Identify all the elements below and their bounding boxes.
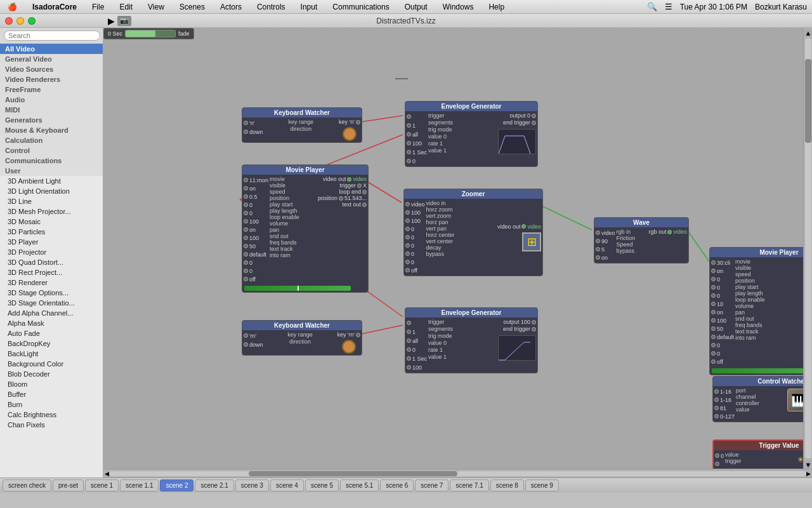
menu-edit[interactable]: Edit: [117, 1, 135, 13]
sidebar-item-12[interactable]: 3D Stage Orientatio...: [0, 298, 103, 308]
canvas-vscroll[interactable]: ▲ ▼: [803, 28, 812, 469]
menu-input[interactable]: Input: [298, 1, 320, 13]
sidebar-item-9[interactable]: 3D Rect Project...: [0, 267, 103, 277]
rotary-knob[interactable]: [342, 340, 356, 354]
sidebar-category-videosources[interactable]: Video Sources: [0, 64, 103, 74]
menu-output[interactable]: Output: [402, 1, 430, 13]
sidebar-item-21[interactable]: Buffer: [0, 389, 103, 399]
node-envelope-gen-2[interactable]: Envelope Generator 1 all 0 1 Sec 100 tri…: [405, 307, 538, 373]
close-button[interactable]: [5, 17, 13, 25]
search-input[interactable]: [4, 30, 100, 41]
sidebar-item-24[interactable]: Chan Pixels: [0, 420, 103, 430]
sidebar-item-14[interactable]: Alpha Mask: [0, 318, 103, 328]
menu-controls[interactable]: Controls: [254, 1, 288, 13]
sidebar-category-mousekeyboard[interactable]: Mouse & Keyboard: [0, 125, 103, 135]
sidebar-category-generalvideo[interactable]: General Video: [0, 54, 103, 64]
apple-menu[interactable]: 🍎: [5, 1, 20, 13]
sidebar-category-calculation[interactable]: Calculation: [0, 135, 103, 145]
sidebar-item-2[interactable]: 3D Line: [0, 196, 103, 206]
scene-tab-scene9[interactable]: scene 9: [525, 479, 559, 491]
scene-tab-scene21[interactable]: scene 2.1: [195, 479, 233, 491]
scene-tab-scene8[interactable]: scene 8: [490, 479, 524, 491]
scene-tab-scene7[interactable]: scene 7: [415, 479, 449, 491]
toolbar-icon-1[interactable]: ▶: [108, 16, 115, 26]
search-icon[interactable]: 🔍: [647, 2, 657, 11]
port-dot: [596, 231, 600, 235]
sidebar-category-communications[interactable]: Communications: [0, 156, 103, 166]
toolbar-icon-2[interactable]: 📷: [117, 16, 131, 26]
sidebar-item-20[interactable]: Bloom: [0, 379, 103, 389]
sidebar-item-22[interactable]: Burn: [0, 399, 103, 410]
menu-communications[interactable]: Communications: [330, 1, 391, 13]
sidebar-category-videorenderers[interactable]: Video Renderers: [0, 74, 103, 84]
sidebar-item-5[interactable]: 3D Particles: [0, 227, 103, 237]
menu-app[interactable]: IsadoraCore: [30, 1, 79, 13]
sidebar-item-13[interactable]: Add Alpha Channel...: [0, 308, 103, 318]
scene-tab-scene11[interactable]: scene 1.1: [120, 479, 159, 491]
sidebar-item-17[interactable]: BackLight: [0, 349, 103, 359]
sidebar-item-18[interactable]: Background Color: [0, 359, 103, 369]
node-control-watcher[interactable]: Control Watcher 1-16 1-16 81 0-127 port …: [712, 376, 803, 422]
maximize-button[interactable]: [28, 17, 36, 25]
node-wave[interactable]: Wave video 90 5 on rgb in Friction Speed: [594, 217, 689, 264]
scene-tab-scene6[interactable]: scene 6: [380, 479, 414, 491]
minimize-button[interactable]: [16, 17, 24, 25]
scene-tab-scene4[interactable]: scene 4: [270, 479, 304, 491]
node-keyboard-watcher-2[interactable]: Keyboard Watcher 'm' down key range dire…: [242, 320, 362, 356]
scene-tab-preset[interactable]: pre-set: [53, 479, 84, 491]
sidebar-item-15[interactable]: Auto Fade: [0, 328, 103, 338]
scene-tab-screencheck[interactable]: screen check: [3, 479, 51, 491]
sidebar-item-19[interactable]: Blob Decoder: [0, 369, 103, 379]
menu-file[interactable]: File: [89, 1, 107, 13]
menu-view[interactable]: View: [145, 1, 167, 13]
sidebar-item-10[interactable]: 3D Renderer: [0, 277, 103, 288]
sidebar-item-4[interactable]: 3D Mosaic: [0, 217, 103, 227]
sidebar-item-11[interactable]: 3D Stage Options...: [0, 288, 103, 298]
vscroll-up-arrow[interactable]: ▲: [805, 29, 811, 36]
port-dot-out: [339, 196, 343, 201]
vscroll-thumb[interactable]: [805, 59, 811, 143]
menu-windows[interactable]: Windows: [440, 1, 476, 13]
sidebar-category-generators[interactable]: Generators: [0, 115, 103, 125]
canvas-hscroll[interactable]: ◀ ▶: [103, 469, 812, 478]
sidebar-item-16[interactable]: BackDropKey: [0, 338, 103, 349]
sidebar-item-7[interactable]: 3D Projector: [0, 247, 103, 257]
scene-tab-scene3[interactable]: scene 3: [235, 479, 269, 491]
node-movie-player-2[interactable]: Movie Player 30:cli on 0 0 0 10 on 100 5…: [709, 247, 803, 375]
sidebar-category-freeframe[interactable]: FreeFrame: [0, 84, 103, 95]
sidebar-category-control[interactable]: Control: [0, 145, 103, 156]
sidebar-category-allvideo[interactable]: All Video: [0, 44, 103, 54]
sidebar-category-audio[interactable]: Audio: [0, 95, 103, 105]
sidebar-item-8[interactable]: 3D Quad Distort...: [0, 257, 103, 267]
hscroll-left-arrow[interactable]: ◀: [105, 471, 109, 477]
hscroll-right-arrow[interactable]: ▶: [806, 471, 811, 477]
sidebar-category-user[interactable]: User: [0, 166, 103, 176]
sidebar-item-23[interactable]: Calc Brightness: [0, 410, 103, 420]
menu-scenes[interactable]: Scenes: [177, 1, 207, 13]
node-envelope-gen-1[interactable]: Envelope Generator 1 all 100 1 Sec 0 tri…: [405, 101, 538, 167]
sidebar-scroll[interactable]: All Video General Video Video Sources Vi…: [0, 44, 103, 478]
scene-tab-scene2[interactable]: scene 2: [160, 479, 193, 491]
canvas-area[interactable]: 0 Sec fade Keyboard Watcher 'n' down: [103, 28, 803, 469]
node-zoomer[interactable]: Zoomer video 100 100 0 0 0 0 0 off: [403, 189, 543, 276]
node-movie-player-1[interactable]: Movie Player 11:mon on 0.5 0 0 100 on 10…: [242, 164, 369, 293]
sidebar-item-3[interactable]: 3D Mesh Projector...: [0, 206, 103, 217]
menu-help[interactable]: Help: [486, 1, 507, 13]
menu-actors[interactable]: Actors: [218, 1, 244, 13]
sidebar-item-6[interactable]: 3D Player: [0, 237, 103, 247]
port-dot: [244, 236, 248, 240]
node-keyboard-watcher-1[interactable]: Keyboard Watcher 'n' down key range dire…: [242, 107, 362, 143]
sidebar-item-0[interactable]: 3D Ambient Light: [0, 176, 103, 186]
port-dot: [715, 462, 719, 466]
scene-tab-scene51[interactable]: scene 5.1: [340, 479, 379, 491]
scene-tab-scene5[interactable]: scene 5: [305, 479, 339, 491]
sidebar-category-midi[interactable]: MIDI: [0, 105, 103, 115]
node-trigger-value[interactable]: Trigger Value 0 value trigger ✳: [712, 439, 803, 469]
menu-list-icon[interactable]: ☰: [665, 2, 672, 11]
scene-tab-scene1[interactable]: scene 1: [85, 479, 119, 491]
scene-tab-scene71[interactable]: scene 7.1: [450, 479, 488, 491]
sidebar-item-1[interactable]: 3D Light Orientation: [0, 186, 103, 196]
vscroll-down-arrow[interactable]: ▼: [805, 461, 811, 467]
rotary-knob[interactable]: [343, 127, 357, 141]
hscroll-thumb[interactable]: [249, 471, 458, 476]
